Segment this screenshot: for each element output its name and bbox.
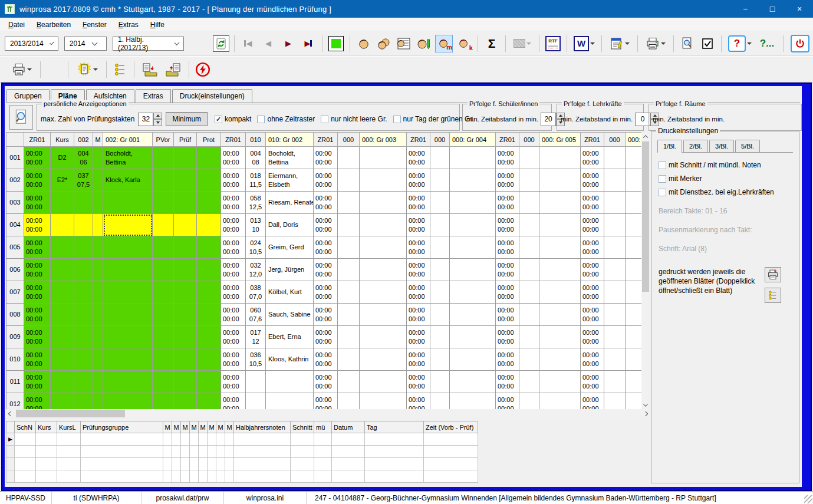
detail-cell[interactable] xyxy=(291,470,314,483)
grid-cell[interactable]: 00:0000:00 xyxy=(314,169,338,192)
grid-cell[interactable] xyxy=(174,304,197,326)
grid-cell[interactable]: 00:0000:00 xyxy=(314,304,338,326)
detail-cell[interactable] xyxy=(199,458,208,470)
grid-cell[interactable] xyxy=(539,236,581,259)
grid-cell[interactable]: 00:0000:00 xyxy=(221,169,246,192)
grid-cell[interactable]: 01811,5 xyxy=(246,169,266,192)
detail-cell[interactable] xyxy=(172,446,181,458)
maximize-button[interactable]: □ xyxy=(759,0,786,18)
grid-cell[interactable] xyxy=(93,304,103,326)
grid-cell[interactable] xyxy=(93,169,103,192)
grid-cell[interactable] xyxy=(626,326,642,348)
sum-button[interactable]: Σ xyxy=(483,35,501,52)
nav-prev-button[interactable]: ◀ xyxy=(259,35,277,52)
green-status-button[interactable] xyxy=(327,35,345,52)
detail-cell[interactable] xyxy=(190,433,199,446)
grid-cell[interactable] xyxy=(539,192,581,214)
grid-cell[interactable]: 00:0000:00 xyxy=(581,214,604,236)
detail-cell[interactable] xyxy=(332,433,365,446)
grid-cell[interactable] xyxy=(93,147,103,169)
grid-cell[interactable] xyxy=(338,192,360,214)
term-select[interactable]: 1. Halbj. (2012/13) xyxy=(113,37,184,51)
detail-cell[interactable] xyxy=(163,470,172,483)
grid-cell[interactable]: Kölbel, Kurt xyxy=(266,281,314,304)
grid-cell[interactable] xyxy=(338,371,360,393)
grid-cell[interactable] xyxy=(450,326,496,348)
context-help-button[interactable]: ?... xyxy=(756,35,778,52)
grid-cell[interactable]: 00:0000:00 xyxy=(24,281,51,304)
grid-cell[interactable]: 00:0000:00 xyxy=(407,281,430,304)
report-button[interactable] xyxy=(607,35,633,52)
grid-cell[interactable] xyxy=(360,371,407,393)
grid-cell[interactable] xyxy=(430,371,450,393)
oral-exam-k-button[interactable]: k xyxy=(455,35,473,52)
grid-cell[interactable] xyxy=(519,326,539,348)
grid-cell[interactable] xyxy=(74,214,93,236)
grid-cell[interactable] xyxy=(338,236,360,259)
detail-col-header[interactable]: Datum xyxy=(332,421,365,433)
detail-cell[interactable] xyxy=(216,458,225,470)
grid-cell[interactable] xyxy=(450,236,496,259)
grid-cell[interactable]: 00:0000:00 xyxy=(314,236,338,259)
detail-cell[interactable] xyxy=(57,470,81,483)
scroll-left-arrow[interactable] xyxy=(6,409,15,418)
grid-cell[interactable] xyxy=(604,393,626,410)
grid-cell[interactable] xyxy=(450,304,496,326)
detail-cell[interactable] xyxy=(291,433,314,446)
grid-cell[interactable] xyxy=(626,147,642,169)
grid-cell[interactable] xyxy=(197,371,221,393)
grid-cell[interactable] xyxy=(197,169,221,192)
oral-exam-m-button[interactable]: m xyxy=(435,35,453,52)
grid-cell[interactable]: 00:0000:00 xyxy=(221,393,246,410)
detail-col-header[interactable]: M xyxy=(199,421,208,433)
print-button[interactable] xyxy=(643,35,669,52)
grid-cell[interactable] xyxy=(197,304,221,326)
grid-cell[interactable] xyxy=(626,393,642,410)
grid-col-header[interactable]: 002: Gr 001 xyxy=(103,133,153,147)
menu-item-fenster[interactable]: Fenster xyxy=(77,19,113,31)
grid-col-header[interactable]: ZR01 xyxy=(221,133,246,147)
grid-cell[interactable]: 00:0000:00 xyxy=(581,192,604,214)
detail-cell[interactable] xyxy=(172,458,181,470)
grid-cell[interactable] xyxy=(338,348,360,371)
grid-cell[interactable] xyxy=(153,371,174,393)
row-selector[interactable] xyxy=(6,458,15,470)
grid-cell[interactable] xyxy=(360,192,407,214)
detail-cell[interactable] xyxy=(234,458,291,470)
menu-item-hilfe[interactable]: Hilfe xyxy=(144,19,170,31)
detail-cell[interactable] xyxy=(225,446,234,458)
takte-spinner[interactable]: 32 xyxy=(138,113,162,126)
grid-cell[interactable] xyxy=(604,214,626,236)
detail-cell[interactable] xyxy=(424,458,478,470)
grid-row-header[interactable]: 005 xyxy=(6,236,24,259)
sheet-tree-button[interactable] xyxy=(765,288,781,303)
grid-cell[interactable]: 00:0000:00 xyxy=(581,326,604,348)
grid-cell[interactable] xyxy=(74,281,93,304)
grid-cell[interactable] xyxy=(338,393,360,410)
grid-cell[interactable] xyxy=(626,304,642,326)
grid-cell[interactable] xyxy=(626,348,642,371)
student-button[interactable] xyxy=(355,35,373,52)
student-list-button[interactable] xyxy=(395,35,413,52)
grid-cell[interactable] xyxy=(519,371,539,393)
grid-cell[interactable]: 00:0000:00 xyxy=(24,259,51,281)
print-plan-button[interactable] xyxy=(8,61,35,78)
grid-cell[interactable] xyxy=(174,147,197,169)
grid-cell[interactable] xyxy=(153,348,174,371)
grid-cell[interactable] xyxy=(338,326,360,348)
grid-cell[interactable] xyxy=(604,348,626,371)
validate-button[interactable] xyxy=(699,35,716,52)
grid-cell[interactable] xyxy=(430,304,450,326)
minimum-button[interactable]: Minimum xyxy=(166,112,208,126)
grid-cell[interactable] xyxy=(519,192,539,214)
grid-cell[interactable] xyxy=(539,214,581,236)
grid-cell[interactable] xyxy=(197,214,221,236)
grid-row-header[interactable]: 001 xyxy=(6,147,24,169)
grid-cell[interactable] xyxy=(174,236,197,259)
grid-cell[interactable] xyxy=(450,259,496,281)
menu-item-bearbeiten[interactable]: Bearbeiten xyxy=(31,19,77,31)
detail-col-header[interactable]: Halbjahrersnoten xyxy=(234,421,291,433)
grid-col-header[interactable]: Prüf xyxy=(174,133,197,147)
grid-cell[interactable]: Greim, Gerd xyxy=(266,236,314,259)
grid-cell[interactable] xyxy=(604,169,626,192)
